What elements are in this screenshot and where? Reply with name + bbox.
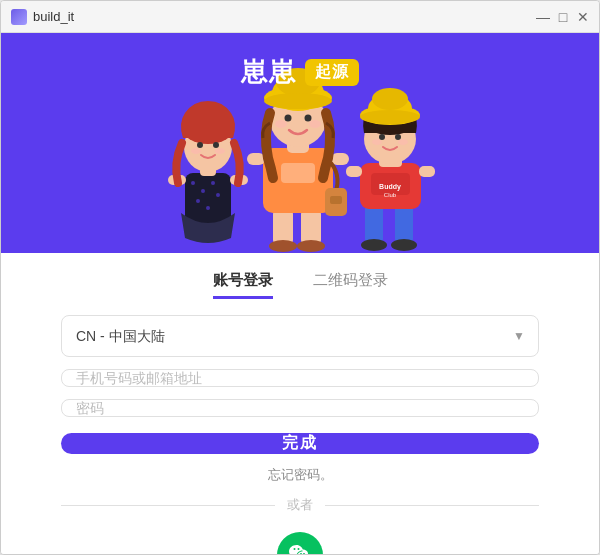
- tab-account[interactable]: 账号登录: [213, 271, 273, 299]
- svg-point-55: [379, 134, 385, 140]
- divider-text: 或者: [287, 496, 313, 514]
- region-dropdown-wrap: CN - 中国大陆 ▼: [61, 315, 539, 357]
- avatar-left: [163, 83, 253, 253]
- svg-point-57: [372, 139, 382, 145]
- svg-point-39: [361, 239, 387, 251]
- submit-button[interactable]: 完成: [61, 433, 539, 454]
- svg-point-12: [197, 142, 203, 148]
- window-controls: — □ ✕: [537, 11, 589, 23]
- app-logo: 崽崽 起源: [241, 55, 359, 90]
- svg-point-58: [398, 139, 408, 145]
- svg-point-52: [372, 88, 408, 110]
- wechat-login-button[interactable]: [277, 532, 323, 554]
- svg-point-6: [206, 206, 210, 210]
- maximize-button[interactable]: □: [557, 11, 569, 23]
- forgot-password-link[interactable]: 忘记密码。: [268, 466, 333, 484]
- svg-rect-21: [281, 163, 315, 183]
- logo-tag: 起源: [305, 59, 359, 86]
- window-title: build_it: [33, 9, 537, 24]
- app-icon: [11, 9, 27, 25]
- svg-rect-25: [330, 196, 342, 204]
- tab-qrcode[interactable]: 二维码登录: [313, 271, 388, 299]
- divider-line-right: [325, 505, 539, 506]
- close-button[interactable]: ✕: [577, 11, 589, 23]
- svg-point-2: [201, 189, 205, 193]
- or-divider: 或者: [61, 496, 539, 514]
- divider-line-left: [61, 505, 275, 506]
- login-tabs: 账号登录 二维码登录: [213, 271, 388, 299]
- svg-text:Club: Club: [383, 192, 396, 198]
- app-window: build_it — □ ✕ 崽崽 起源: [0, 0, 600, 555]
- svg-point-4: [211, 181, 215, 185]
- titlebar: build_it — □ ✕: [1, 1, 599, 33]
- hero-banner: 崽崽 起源: [1, 33, 599, 253]
- login-form-area: 账号登录 二维码登录 CN - 中国大陆 ▼ 完成 忘记密码。: [1, 253, 599, 554]
- svg-point-56: [395, 134, 401, 140]
- logo-text: 崽崽: [241, 55, 297, 90]
- svg-point-35: [275, 120, 287, 128]
- svg-point-32: [264, 93, 332, 109]
- svg-rect-46: [419, 166, 435, 177]
- svg-point-36: [309, 120, 321, 128]
- password-input[interactable]: [61, 399, 539, 417]
- svg-point-18: [269, 240, 297, 252]
- region-select[interactable]: CN - 中国大陆: [61, 315, 539, 357]
- svg-rect-37: [365, 203, 383, 245]
- social-login-group: [277, 532, 323, 554]
- svg-point-40: [391, 239, 417, 251]
- svg-point-1: [191, 181, 195, 185]
- svg-point-19: [297, 240, 325, 252]
- minimize-button[interactable]: —: [537, 11, 549, 23]
- svg-point-15: [215, 148, 225, 154]
- svg-point-13: [213, 142, 219, 148]
- svg-rect-23: [331, 153, 349, 165]
- svg-text:Buddy: Buddy: [379, 183, 401, 191]
- svg-point-14: [191, 148, 201, 154]
- svg-point-33: [284, 115, 291, 122]
- phone-email-input[interactable]: [61, 369, 539, 387]
- svg-point-54: [360, 110, 420, 124]
- wechat-icon: [287, 539, 313, 554]
- main-content: 崽崽 起源: [1, 33, 599, 554]
- svg-point-3: [196, 199, 200, 203]
- avatar-right: Buddy Club: [343, 83, 438, 253]
- svg-point-34: [304, 115, 311, 122]
- svg-rect-22: [247, 153, 265, 165]
- svg-point-5: [216, 193, 220, 197]
- svg-rect-38: [395, 203, 413, 245]
